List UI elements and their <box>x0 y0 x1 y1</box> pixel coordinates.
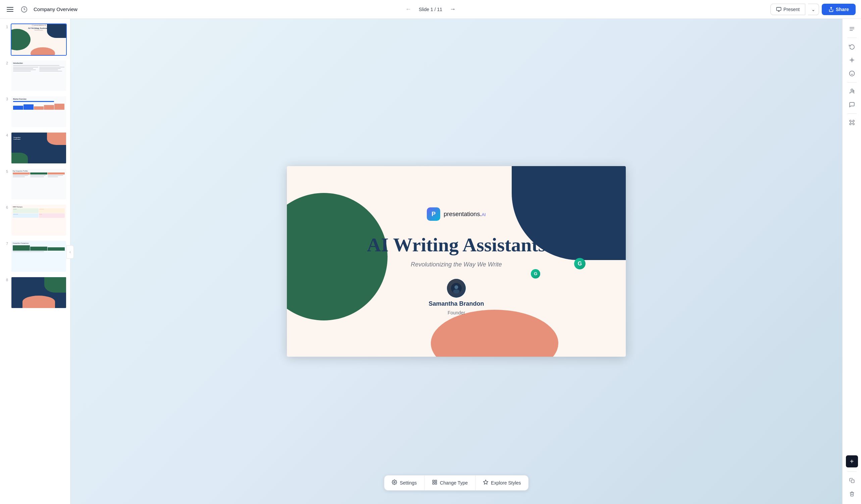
slide-thumb-1[interactable]: 1 ⬜ presentations.AI AI Writing Assistan… <box>3 23 67 56</box>
author-area: Samantha Brandon Founder <box>428 279 484 315</box>
notes-button[interactable] <box>846 23 858 35</box>
panel-divider-3 <box>847 113 857 114</box>
svg-rect-11 <box>433 482 434 484</box>
present-button[interactable]: Present <box>770 4 805 15</box>
slide-thumb-7[interactable]: 7 Competitive Comparison <box>3 240 67 273</box>
filter-button[interactable] <box>846 54 858 66</box>
slide-num-5: 5 <box>3 169 8 174</box>
svg-rect-28 <box>851 121 853 124</box>
document-title: Company Overview <box>33 6 78 12</box>
slide-num-8: 8 <box>3 278 8 282</box>
copy-slide-button[interactable] <box>846 475 858 487</box>
svg-point-17 <box>851 59 852 61</box>
main-slide: G G P presentations.AI AI Writing Assist… <box>287 166 626 357</box>
topbar-left: Company Overview <box>5 4 765 15</box>
sidebar-collapse-button[interactable]: ‹ <box>66 245 74 259</box>
history-panel-button[interactable] <box>846 41 858 53</box>
grammarly-icon-1: G <box>574 258 586 270</box>
svg-rect-9 <box>433 480 434 482</box>
svg-point-6 <box>454 285 458 289</box>
logo-text: presentations.AI <box>443 211 486 218</box>
add-element-button[interactable]: + <box>846 455 858 467</box>
comment-button[interactable] <box>846 99 858 111</box>
panel-divider-2 <box>847 82 857 83</box>
svg-rect-10 <box>435 480 437 482</box>
history-button[interactable] <box>19 4 29 15</box>
slide-preview-1: ⬜ presentations.AI AI Writing Assistants… <box>11 24 67 56</box>
present-dropdown-button[interactable]: ⌄ <box>808 4 819 15</box>
explore-styles-icon <box>483 479 488 486</box>
slide-thumb-5[interactable]: 5 Key Competitor Profiles <box>3 167 67 201</box>
menu-button[interactable] <box>5 6 15 13</box>
svg-marker-13 <box>483 480 488 484</box>
author-avatar <box>447 279 466 298</box>
grammarly-icon-2: G <box>531 269 540 278</box>
topbar: Company Overview ← Slide 1 / 11 → Presen… <box>0 0 861 19</box>
topbar-center: ← Slide 1 / 11 → <box>403 4 458 15</box>
ai-panel-button[interactable] <box>846 117 858 128</box>
slide-thumb-2[interactable]: 2 Introduction <box>3 59 67 93</box>
slide-preview-7: Competitive Comparison <box>11 240 67 272</box>
slide-num-4: 4 <box>3 133 8 137</box>
bottom-toolbar: Settings Change Type <box>384 475 529 491</box>
change-type-button[interactable]: Change Type <box>424 476 476 490</box>
slide-num-1: 1 <box>3 25 8 29</box>
main-layout: 1 ⬜ presentations.AI AI Writing Assistan… <box>0 19 861 504</box>
change-type-label: Change Type <box>440 480 468 486</box>
settings-label: Settings <box>400 480 417 486</box>
explore-styles-label: Explore Styles <box>491 480 521 486</box>
slide-num-6: 6 <box>3 205 8 209</box>
avatar-photo <box>447 279 466 298</box>
slide-num-3: 3 <box>3 97 8 101</box>
slide-thumb-6[interactable]: 6 SWOT Analysis Strengths Weaknesses Opp… <box>3 203 67 237</box>
logo-icon: P <box>427 207 440 221</box>
slide-preview-8 <box>11 276 67 309</box>
share-button[interactable]: Share <box>822 4 856 15</box>
slide-indicator: Slide 1 / 11 <box>419 7 442 12</box>
prev-slide-button[interactable]: ← <box>403 4 413 15</box>
next-slide-button[interactable]: → <box>448 4 458 15</box>
slide-thumb-8[interactable]: 8 <box>3 276 67 309</box>
topbar-right: Present ⌄ Share <box>770 4 856 15</box>
slide-preview-3: Market Overview <box>11 96 67 128</box>
share-label: Share <box>836 7 849 12</box>
settings-icon <box>392 479 397 486</box>
slide-preview-6: SWOT Analysis Strengths Weaknesses Oppor… <box>11 204 67 236</box>
slide-preview-4: Competitor Landscape <box>11 132 67 164</box>
svg-rect-12 <box>435 482 437 484</box>
panel-divider-4 <box>847 472 857 472</box>
slide-preview-5: Key Competitor Profiles <box>11 168 67 200</box>
slide-preview-2: Introduction <box>11 60 67 92</box>
logo-area: P presentations.AI <box>427 207 486 221</box>
svg-rect-29 <box>851 480 854 483</box>
author-name: Samantha Brandon <box>428 300 484 308</box>
settings-button[interactable]: Settings <box>384 476 424 490</box>
slide-panel: 1 ⬜ presentations.AI AI Writing Assistan… <box>0 19 70 504</box>
explore-styles-button[interactable]: Explore Styles <box>476 476 528 490</box>
slide-num-2: 2 <box>3 61 8 65</box>
svg-point-7 <box>453 289 459 294</box>
canvas-area: G G P presentations.AI AI Writing Assist… <box>70 19 842 504</box>
slide-title: AI Writing Assistants <box>367 234 546 256</box>
author-role: Founder <box>448 310 465 315</box>
emoji-button[interactable] <box>846 67 858 80</box>
svg-point-8 <box>394 481 395 483</box>
panel-divider-1 <box>847 38 857 38</box>
present-label: Present <box>783 7 800 12</box>
slide-num-7: 7 <box>3 242 8 246</box>
svg-point-25 <box>851 89 853 91</box>
slide-thumb-3[interactable]: 3 Market Overview <box>3 95 67 128</box>
slide-subtitle: Revolutionizing the Way We Write <box>411 261 502 268</box>
change-type-icon <box>432 479 437 486</box>
svg-point-22 <box>849 71 854 76</box>
delete-slide-button[interactable] <box>846 488 858 500</box>
svg-rect-1 <box>777 8 781 10</box>
slide-thumb-4[interactable]: 4 Competitor Landscape <box>3 131 67 165</box>
add-collaborator-button[interactable] <box>846 85 858 97</box>
right-panel: + <box>842 19 861 504</box>
